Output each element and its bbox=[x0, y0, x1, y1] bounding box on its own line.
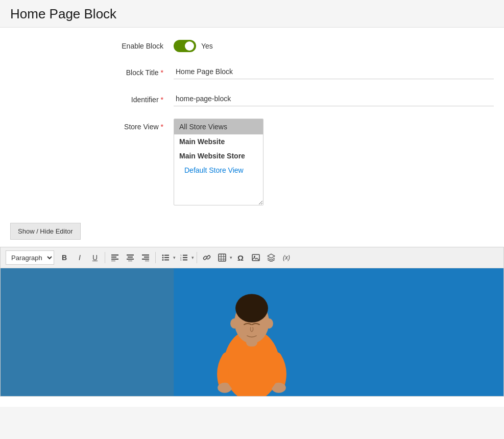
svg-rect-10 bbox=[142, 259, 149, 260]
svg-rect-21 bbox=[183, 257, 187, 258]
svg-rect-1 bbox=[111, 257, 116, 258]
special-char-button[interactable]: Ω bbox=[233, 250, 248, 265]
show-hide-editor-button[interactable]: Show / Hide Editor bbox=[10, 223, 81, 240]
toggle-value-label: Yes bbox=[201, 42, 213, 50]
bold-button[interactable]: B bbox=[57, 250, 71, 265]
page-title: Home Page Block bbox=[10, 6, 494, 22]
svg-rect-23 bbox=[183, 260, 187, 261]
content-svg bbox=[1, 268, 503, 396]
svg-point-16 bbox=[162, 259, 164, 261]
svg-rect-0 bbox=[111, 255, 118, 256]
enable-block-label: Enable Block bbox=[10, 38, 174, 50]
svg-point-31 bbox=[254, 256, 255, 258]
ordered-list-dropdown[interactable]: 1.2.3. ▾ bbox=[177, 250, 194, 265]
main-content: Enable Block Yes Block Title* Identifier… bbox=[0, 28, 504, 407]
svg-rect-17 bbox=[164, 260, 169, 261]
svg-rect-4 bbox=[127, 255, 134, 256]
toolbar-separator-2 bbox=[155, 252, 156, 263]
link-button[interactable] bbox=[200, 250, 214, 265]
svg-rect-19 bbox=[183, 255, 187, 256]
svg-rect-25 bbox=[219, 254, 226, 261]
editor-image bbox=[1, 268, 503, 396]
image-button[interactable] bbox=[249, 250, 263, 265]
svg-rect-3 bbox=[111, 261, 115, 261]
svg-rect-5 bbox=[128, 257, 133, 258]
table-dropdown[interactable]: ▾ bbox=[215, 250, 232, 265]
svg-point-37 bbox=[230, 318, 238, 329]
svg-rect-15 bbox=[164, 257, 169, 258]
editor-content-area[interactable] bbox=[0, 268, 504, 397]
toggle-thumb bbox=[185, 41, 194, 51]
page-header: Home Page Block bbox=[0, 0, 504, 28]
svg-rect-2 bbox=[111, 259, 118, 260]
store-view-option-default[interactable]: Default Store View bbox=[174, 163, 263, 177]
layers-button[interactable] bbox=[264, 250, 278, 265]
store-view-row: Store View* All Store Views Main Website… bbox=[0, 119, 504, 205]
table-button[interactable] bbox=[215, 250, 229, 265]
identifier-row: Identifier* bbox=[0, 91, 504, 106]
toggle-track bbox=[174, 40, 196, 52]
identifier-field[interactable] bbox=[174, 91, 494, 106]
block-title-input-wrapper bbox=[174, 64, 494, 79]
block-title-field[interactable] bbox=[174, 64, 494, 79]
svg-text:3.: 3. bbox=[180, 259, 182, 261]
ordered-list-arrow[interactable]: ▾ bbox=[191, 255, 194, 260]
svg-rect-6 bbox=[127, 259, 134, 260]
unordered-list-arrow[interactable]: ▾ bbox=[173, 255, 176, 260]
italic-button[interactable]: I bbox=[73, 250, 87, 265]
svg-rect-41 bbox=[1, 268, 174, 396]
table-arrow[interactable]: ▾ bbox=[230, 255, 232, 260]
align-left-button[interactable] bbox=[108, 250, 122, 265]
svg-point-36 bbox=[242, 297, 262, 313]
editor-toolbar: Paragraph Heading 1 Heading 2 Heading 3 … bbox=[0, 247, 504, 268]
show-hide-editor-wrapper: Show / Hide Editor bbox=[0, 218, 504, 247]
store-view-option-main-website-store[interactable]: Main Website Store bbox=[174, 149, 263, 163]
svg-point-12 bbox=[162, 255, 164, 256]
align-center-button[interactable] bbox=[123, 250, 137, 265]
enable-block-row: Enable Block Yes bbox=[0, 38, 504, 52]
align-right-button[interactable] bbox=[138, 250, 153, 265]
enable-block-toggle[interactable] bbox=[174, 40, 196, 52]
ordered-list-button[interactable]: 1.2.3. bbox=[177, 250, 191, 265]
toggle-wrapper: Yes bbox=[174, 38, 494, 52]
store-view-option-all[interactable]: All Store Views bbox=[174, 119, 263, 134]
block-title-required: * bbox=[161, 68, 163, 77]
unordered-list-button[interactable] bbox=[158, 250, 173, 265]
store-view-select[interactable]: All Store Views Main Website Main Websit… bbox=[174, 119, 263, 205]
block-title-row: Block Title* bbox=[0, 64, 504, 79]
block-title-label: Block Title* bbox=[10, 64, 174, 77]
variable-button[interactable]: (x) bbox=[279, 250, 294, 265]
paragraph-select[interactable]: Paragraph Heading 1 Heading 2 Heading 3 bbox=[6, 250, 54, 265]
svg-rect-11 bbox=[145, 261, 149, 261]
svg-point-14 bbox=[162, 257, 164, 259]
svg-rect-8 bbox=[142, 255, 149, 256]
identifier-input-wrapper bbox=[174, 91, 494, 106]
store-view-label: Store View* bbox=[10, 119, 174, 131]
identifier-required: * bbox=[161, 96, 163, 104]
identifier-label: Identifier* bbox=[10, 91, 174, 104]
enable-block-input: Yes bbox=[174, 38, 494, 52]
svg-point-38 bbox=[265, 318, 273, 329]
svg-rect-9 bbox=[144, 257, 149, 258]
toolbar-separator-3 bbox=[197, 252, 197, 263]
unordered-list-dropdown[interactable]: ▾ bbox=[158, 250, 176, 265]
store-view-required: * bbox=[161, 123, 163, 131]
store-view-option-main-website[interactable]: Main Website bbox=[174, 134, 263, 149]
store-view-input-wrapper: All Store Views Main Website Main Websit… bbox=[174, 119, 494, 205]
svg-rect-7 bbox=[128, 261, 132, 261]
toolbar-separator-1 bbox=[105, 252, 105, 263]
svg-rect-13 bbox=[164, 255, 169, 256]
underline-button[interactable]: U bbox=[88, 250, 102, 265]
